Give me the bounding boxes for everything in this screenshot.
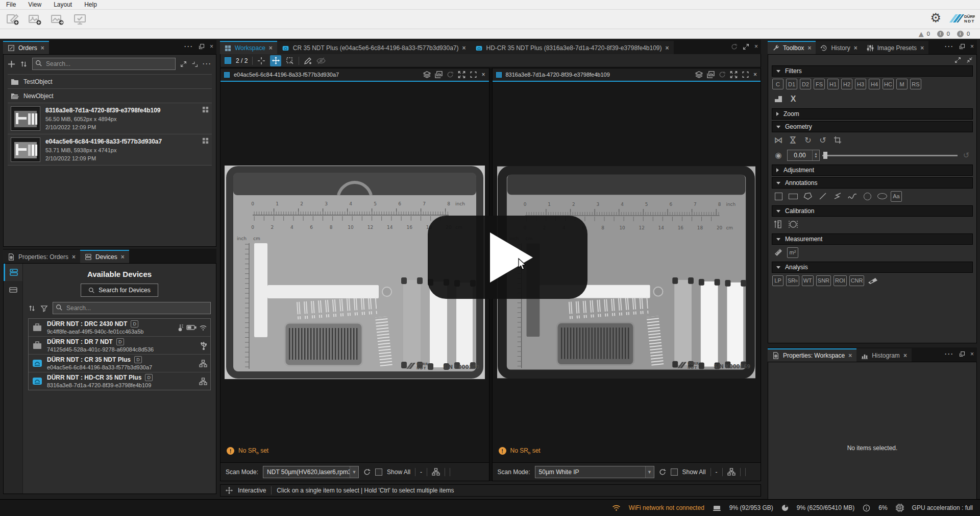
filter-button[interactable]: FS <box>814 79 825 89</box>
grid-view-icon[interactable] <box>202 106 209 113</box>
close-icon[interactable]: × <box>920 44 924 52</box>
reset-angle-icon[interactable]: ↺ <box>960 150 972 161</box>
close-icon[interactable]: × <box>210 43 213 50</box>
tab-workspace[interactable]: Workspace × <box>220 41 277 54</box>
remove-filter-icon[interactable]: X <box>787 93 799 105</box>
devices-search-input[interactable] <box>53 302 211 314</box>
close-icon[interactable]: × <box>807 44 811 52</box>
measure-length-icon[interactable] <box>772 247 785 258</box>
image-frames-icon[interactable] <box>707 71 715 78</box>
error-circle-icon[interactable]: ! <box>937 31 944 37</box>
expand-all-icon[interactable] <box>954 56 961 64</box>
close-icon[interactable]: × <box>121 253 125 261</box>
layout-indicator-icon[interactable] <box>225 57 231 64</box>
new-order-icon[interactable] <box>5 13 20 26</box>
crop-icon[interactable] <box>831 134 844 146</box>
tab-histogram[interactable]: Histogram × <box>856 348 912 362</box>
sort-icon[interactable] <box>28 304 36 312</box>
step-wedge-icon[interactable] <box>867 275 879 286</box>
overflow-menu-icon[interactable]: ··· <box>203 60 212 67</box>
analysis-srb-button[interactable]: SRb <box>786 275 799 286</box>
show-all-checkbox[interactable] <box>375 468 382 476</box>
rail-cassette-icon[interactable] <box>4 281 22 298</box>
angle-spinbox[interactable]: 0.00 ▲▼ <box>787 150 820 161</box>
warning-triangle-icon[interactable]: ▲ <box>919 30 924 38</box>
ellipse-annotation-icon[interactable] <box>876 191 888 202</box>
scan-mode-select[interactable]: 50µm White IP▼ <box>535 466 654 478</box>
overflow-menu-icon[interactable]: ··· <box>945 43 954 50</box>
refresh-scan-modes-icon[interactable] <box>659 468 666 476</box>
menu-layout[interactable]: Layout <box>47 0 78 10</box>
analysis-cnr-button[interactable]: CNR <box>849 275 865 286</box>
monitor-check-icon[interactable] <box>72 13 88 26</box>
section-analysis[interactable]: Analysis <box>772 262 973 273</box>
filter-button[interactable]: D2 <box>800 79 811 89</box>
menu-help[interactable]: Help <box>78 0 103 10</box>
orders-search-input[interactable] <box>32 58 176 70</box>
section-measurement[interactable]: Measurement <box>772 233 973 245</box>
close-icon[interactable]: × <box>903 352 907 359</box>
filter-button[interactable]: H3 <box>855 79 866 89</box>
layers-icon[interactable] <box>423 71 431 78</box>
order-item[interactable]: e04ac5e6-6c84-4196-8a33-f577b3d930a7 53.… <box>8 134 212 166</box>
analysis-wt-button[interactable]: WT <box>802 275 814 286</box>
pan-move-icon[interactable] <box>270 55 281 66</box>
overflow-menu-icon[interactable]: ··· <box>945 350 954 358</box>
custom-filter-icon[interactable] <box>772 93 785 105</box>
menu-file[interactable]: File <box>0 0 22 10</box>
filter-button[interactable]: RS <box>910 79 921 89</box>
add-order-icon[interactable] <box>8 60 15 68</box>
line-annotation-icon[interactable] <box>817 191 829 202</box>
analysis-roi-button[interactable]: ROI <box>834 275 847 286</box>
fullscreen-icon[interactable] <box>470 71 477 78</box>
popout-icon[interactable] <box>959 43 965 50</box>
grid-view-icon[interactable] <box>202 137 209 144</box>
gpu-status[interactable]: GPU acceleration : full <box>912 504 973 511</box>
image-frames-icon[interactable] <box>435 71 443 78</box>
popout-icon[interactable] <box>959 351 965 357</box>
import-image-icon[interactable] <box>28 13 43 26</box>
polyline-annotation-icon[interactable] <box>831 191 844 202</box>
curve-annotation-icon[interactable] <box>846 191 859 202</box>
fit-screen-icon[interactable] <box>458 71 465 78</box>
close-icon[interactable]: × <box>753 71 757 78</box>
filter-button[interactable]: H4 <box>869 79 880 89</box>
section-adjustment[interactable]: Adjustment <box>772 165 973 176</box>
filter-button[interactable]: HC <box>883 79 894 89</box>
layers-icon[interactable] <box>695 71 703 78</box>
calibrate-roundness-icon[interactable] <box>787 219 799 230</box>
tab-image-presets[interactable]: Image Presets × <box>862 41 928 54</box>
hide-annotations-icon[interactable] <box>316 57 326 64</box>
show-all-checkbox[interactable] <box>671 468 678 476</box>
close-icon[interactable]: × <box>481 71 485 78</box>
expand-panel-icon[interactable] <box>180 61 187 67</box>
viewer-select-icon[interactable] <box>224 72 230 78</box>
calibrate-length-icon[interactable] <box>772 219 785 230</box>
circle-annotation-icon[interactable] <box>861 191 873 202</box>
device-row[interactable]: DÜRR NDT : HD-CR 35 NDT PlusD 8316a3e8-7… <box>29 372 210 390</box>
section-annotations[interactable]: Annotations <box>772 177 973 189</box>
collapse-all-icon[interactable] <box>966 56 973 64</box>
section-filters[interactable]: Filters <box>772 65 973 77</box>
filter-button[interactable]: M <box>896 79 908 89</box>
filter-funnel-icon[interactable] <box>40 304 48 312</box>
square-annotation-icon[interactable] <box>772 191 785 202</box>
close-icon[interactable]: × <box>72 253 76 261</box>
section-calibration[interactable]: Calibration <box>772 205 973 217</box>
select-rect-icon[interactable] <box>286 57 294 65</box>
info-circle-icon[interactable]: i <box>957 31 964 37</box>
filter-button[interactable]: H1 <box>827 79 839 89</box>
maximize-icon[interactable] <box>743 43 749 50</box>
annotate-pen-icon[interactable] <box>304 57 312 65</box>
measure-area-button[interactable]: m² <box>787 247 798 258</box>
close-icon[interactable]: × <box>666 44 669 52</box>
viewer-select-icon[interactable] <box>496 72 502 78</box>
analysis-lp-button[interactable]: LP <box>772 275 783 286</box>
tab-properties-orders[interactable]: Properties: Orders × <box>3 250 80 263</box>
tab-properties-workspace[interactable]: Properties: Workspace × <box>768 348 856 362</box>
popout-icon[interactable] <box>199 43 205 50</box>
close-icon[interactable]: × <box>462 44 465 52</box>
close-icon[interactable]: × <box>754 43 758 50</box>
filter-button[interactable]: D1 <box>786 79 797 89</box>
memory-usage[interactable]: 9% (6250/65410 MB) <box>797 504 854 511</box>
